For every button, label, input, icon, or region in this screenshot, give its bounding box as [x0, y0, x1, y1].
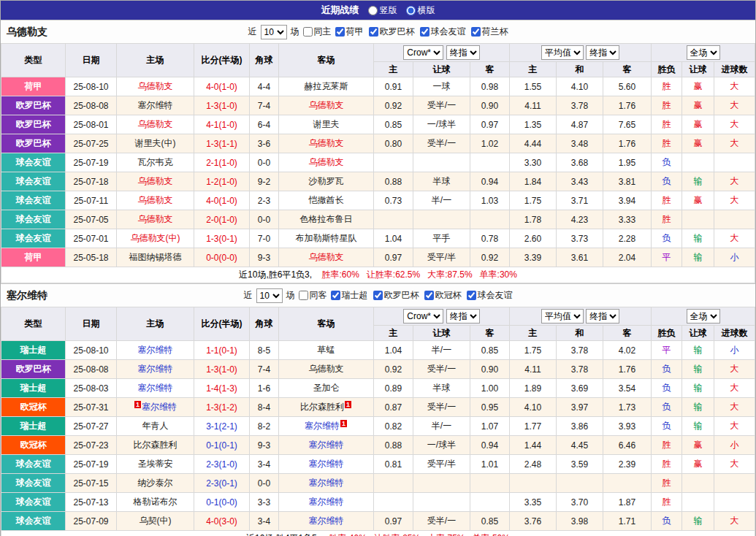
odds-home: 0.85 — [374, 115, 413, 134]
avg-away: 4.02 — [603, 341, 652, 360]
scope-select[interactable]: 全场 — [687, 45, 720, 60]
results-table: 类型 日期 主场 比分(半场) 角球 客场 Crow* 终指 平均值 终指 — [1, 307, 755, 536]
corner-count: 9-3 — [250, 248, 279, 267]
summary-row: 近10场,胜4平1负5, 胜率:40%让胜率:25%大率:75%单率:50% — [1, 531, 755, 536]
corner-count: 7-4 — [250, 96, 279, 115]
match-count-select[interactable]: 10 — [256, 288, 283, 303]
layout-option-horizontal[interactable]: 横版 — [406, 4, 435, 17]
league-filter[interactable]: 球会友谊 — [467, 289, 513, 302]
odds-handicap: 半/一 — [413, 341, 470, 360]
avg-home: 1.44 — [510, 436, 557, 455]
league-badge: 欧罗巴杯 — [1, 96, 66, 115]
home-team: 塞尔维特 — [117, 360, 194, 379]
league-filter-label: 球会友谊 — [478, 289, 513, 302]
horizontal-layout-label: 横版 — [418, 4, 435, 17]
match-date: 25-07-23 — [66, 436, 117, 455]
odds-away — [470, 210, 510, 229]
layout-option-vertical[interactable]: 竖版 — [368, 4, 397, 17]
avg-away — [603, 474, 652, 493]
match-count-select[interactable]: 10 — [261, 25, 287, 39]
league-filter-checkbox[interactable] — [335, 27, 345, 37]
result-handicap: 赢 — [682, 96, 714, 115]
summary-stat: 让胜率:62.5% — [367, 269, 420, 280]
avg-draw: 3.70 — [557, 493, 603, 512]
league-filter[interactable]: 荷兰杯 — [471, 26, 508, 38]
score-text: 0-1(0-1) — [206, 440, 237, 451]
league-filter[interactable]: 欧冠杯 — [424, 289, 462, 302]
corner-count: 8-4 — [250, 398, 279, 417]
league-filter[interactable]: 球会友谊 — [420, 26, 466, 38]
team-text: 塞尔维特 — [309, 516, 344, 526]
same-venue-checkbox[interactable] — [303, 27, 313, 37]
home-team: 乌德勒支(中) — [117, 229, 194, 248]
odds-source-select[interactable]: Crow* — [403, 309, 443, 323]
result-outcome: 胜 — [652, 115, 682, 134]
odds-time-select[interactable]: 终指 — [446, 45, 480, 60]
corner-count: 3-4 — [250, 512, 279, 531]
league-filter[interactable]: 欧罗巴杯 — [369, 26, 415, 38]
odds-away — [470, 493, 510, 512]
away-team: 圣加仑 — [279, 379, 374, 398]
avg-draw: 3.68 — [557, 153, 603, 172]
league-filter-checkbox[interactable] — [331, 291, 340, 300]
match-row: 球会友谊 25-07-13 格勒诺布尔 0-1(0-0) 3-3 塞尔维特 3.… — [1, 493, 755, 512]
team-text: 塞尔维特 — [309, 497, 344, 507]
away-team: 沙勒罗瓦 — [279, 172, 374, 191]
result-goals — [714, 210, 755, 229]
avg-time-select[interactable]: 终指 — [586, 45, 619, 60]
red-card-badge: 1 — [340, 420, 347, 427]
away-team: 乌德勒支 — [279, 248, 374, 267]
match-score: 0-0(0-0) — [194, 248, 250, 267]
horizontal-layout-radio[interactable] — [406, 6, 416, 15]
results-table: 类型 日期 主场 比分(半场) 角球 客场 Crow* 终指 平均值 终指 — [1, 43, 755, 283]
league-filter-checkbox[interactable] — [373, 291, 383, 300]
same-venue-checkbox[interactable] — [299, 291, 308, 300]
avg-source-select[interactable]: 平均值 — [541, 45, 584, 60]
odds-handicap: 受半/一 — [413, 398, 470, 417]
avg-home: 1.84 — [510, 172, 557, 191]
result-goals: 大 — [714, 398, 755, 417]
match-row: 球会友谊 25-07-11 乌德勒支 4-0(1-0) 2-3 恺撒酋长 0.7… — [1, 191, 755, 210]
home-team: 塞尔维特 — [117, 341, 194, 360]
away-team: 布加勒斯特星队 — [279, 229, 374, 248]
scope-select[interactable]: 全场 — [687, 309, 720, 323]
odds-source-select[interactable]: Crow* — [403, 45, 443, 60]
corner-count: 2-3 — [250, 191, 279, 210]
col-header-home: 主场 — [117, 44, 194, 77]
avg-source-select[interactable]: 平均值 — [541, 309, 584, 323]
same-venue-filter[interactable]: 同主 — [303, 26, 332, 38]
avg-away: 1.95 — [603, 153, 652, 172]
odds-away — [470, 153, 510, 172]
avg-away: 3.33 — [603, 210, 652, 229]
league-filter-checkbox[interactable] — [471, 27, 481, 37]
vertical-layout-radio[interactable] — [368, 6, 378, 15]
corner-count: 9-2 — [250, 172, 279, 191]
avg-time-select[interactable]: 终指 — [586, 309, 619, 323]
team-text: 年青人 — [142, 421, 169, 431]
result-handicap: 赢 — [682, 455, 714, 474]
odds-away: 0.94 — [470, 436, 510, 455]
league-filter-checkbox[interactable] — [467, 291, 476, 300]
odds-home: 1.04 — [374, 229, 413, 248]
league-filter-checkbox[interactable] — [420, 27, 429, 37]
avg-away: 1.76 — [603, 134, 652, 153]
result-goals: 大 — [714, 229, 755, 248]
same-venue-filter[interactable]: 同客 — [299, 289, 327, 302]
odds-time-select[interactable]: 终指 — [446, 309, 480, 323]
league-filter[interactable]: 荷甲 — [335, 26, 364, 38]
league-filter-checkbox[interactable] — [424, 291, 434, 300]
result-goals: 小 — [714, 341, 755, 360]
score-text: 1-2(1-0) — [206, 177, 237, 187]
away-team: 恺撒酋长 — [279, 191, 374, 210]
team-text: 谢里夫(中) — [135, 138, 176, 148]
league-filter[interactable]: 欧罗巴杯 — [373, 289, 419, 302]
league-filter-label: 荷甲 — [346, 26, 364, 38]
league-filter-checkbox[interactable] — [369, 27, 378, 37]
league-filter[interactable]: 瑞士超 — [331, 289, 368, 302]
summary-row: 近10场,胜6平1负3, 胜率:60%让胜率:62.5%大率:87.5%单率:3… — [1, 267, 755, 283]
league-badge: 欧罗巴杯 — [1, 115, 66, 134]
match-score: 1-3(1-2) — [194, 398, 250, 417]
match-score: 4-0(1-0) — [194, 191, 250, 210]
corner-count: 7-4 — [250, 360, 279, 379]
team-text: 乌德勒支 — [309, 157, 344, 167]
